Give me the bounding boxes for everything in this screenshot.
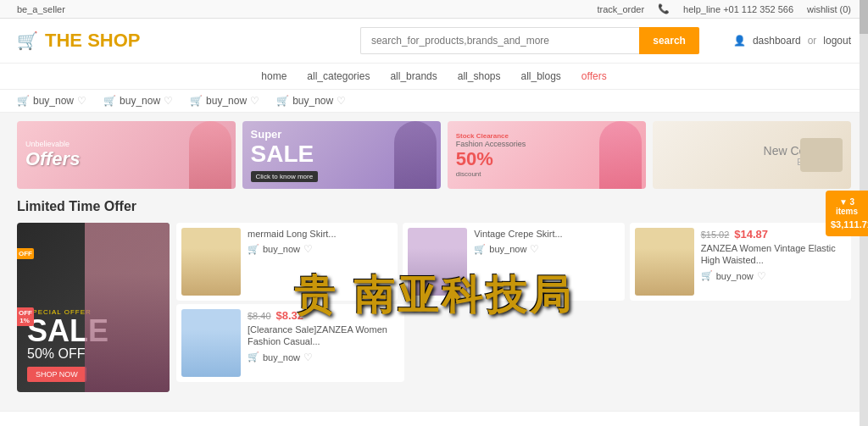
cart-icon-p4: 🛒 bbox=[248, 351, 259, 362]
logout-link[interactable]: logout bbox=[823, 35, 851, 47]
heart-p4[interactable]: ♡ bbox=[303, 351, 313, 363]
nav-all-categories[interactable]: all_categories bbox=[307, 70, 370, 82]
banner-offers[interactable]: Unbelievable Offers bbox=[17, 121, 236, 189]
dashboard-link[interactable]: dashboard bbox=[753, 35, 801, 47]
banner-sale[interactable]: Super SALE Click to know more bbox=[242, 121, 441, 189]
buy-now-3[interactable]: 🛒 buy_now ♡ bbox=[474, 243, 619, 255]
price-current-4: $8.32 bbox=[276, 309, 304, 322]
logo-shop: SHOP bbox=[87, 30, 140, 51]
buy-label-1: buy_now bbox=[33, 95, 74, 107]
product-card-3: Vintage Crepe Skirt... 🛒 buy_now ♡ bbox=[403, 223, 624, 301]
banner-clearance[interactable]: Stock Clearance Fashion Accessories 50% … bbox=[448, 121, 646, 189]
price-current-1: $14.87 bbox=[734, 228, 768, 241]
heart-p3[interactable]: ♡ bbox=[530, 243, 539, 255]
heart-icon-4[interactable]: ♡ bbox=[337, 95, 346, 107]
buy-label-2: buy_now bbox=[120, 95, 160, 107]
main-content: Unbelievable Offers Super SALE Click to … bbox=[0, 113, 868, 401]
product-title-2: mermaid Long Skirt... bbox=[248, 228, 392, 240]
buy-item-3[interactable]: 🛒 buy_now ♡ bbox=[190, 95, 259, 107]
off-badge-2: OFF 1% bbox=[17, 307, 34, 326]
product-card-2: mermaid Long Skirt... 🛒 buy_now ♡ bbox=[176, 223, 398, 301]
buy-now-1[interactable]: 🛒 buy_now ♡ bbox=[701, 270, 846, 282]
product-info-3: Vintage Crepe Skirt... 🛒 buy_now ♡ bbox=[474, 228, 619, 255]
banner-3-line4: discount bbox=[456, 170, 526, 178]
product-title-4: [Clearance Sale]ZANZEA Women Fashion Cas… bbox=[248, 324, 399, 348]
shop-now-button[interactable]: SHOP NOW bbox=[27, 367, 86, 382]
product-info-2: mermaid Long Skirt... 🛒 buy_now ♡ bbox=[248, 228, 392, 255]
offer-big-banner[interactable]: OFF SPECIAL OFFER SALE 50% OFF SHOP NOW … bbox=[17, 223, 170, 392]
heart-icon-3[interactable]: ♡ bbox=[250, 95, 259, 107]
banner-2-line3: Click to know more bbox=[251, 171, 319, 182]
offer-person bbox=[85, 223, 170, 392]
phone-icon: 📞 bbox=[658, 3, 670, 14]
header-right: 👤 dashboard or logout bbox=[733, 35, 851, 47]
banner-1-person bbox=[189, 121, 231, 189]
banner-2-person bbox=[394, 121, 437, 189]
banner-3-text: Stock Clearance Fashion Accessories 50% … bbox=[456, 132, 526, 178]
buy-label-3: buy_now bbox=[206, 95, 247, 107]
nav-offers[interactable]: offers bbox=[581, 70, 607, 82]
heart-p1[interactable]: ♡ bbox=[757, 270, 766, 282]
banner-2-line1: Super bbox=[251, 128, 319, 141]
buy-now-4[interactable]: 🛒 buy_now ♡ bbox=[248, 351, 399, 363]
product-row-2: $8.40 $8.32 [Clearance Sale]ZANZEA Women… bbox=[176, 304, 851, 382]
top-bar-right: track_order 📞 help_line +01 112 352 566 … bbox=[597, 3, 851, 14]
limited-offer-section: Limited Time Offer 贵 南亚科技局 OFF SPECIAL O… bbox=[17, 199, 851, 392]
scrollbar-thumb[interactable] bbox=[860, 0, 868, 34]
product-img-2 bbox=[181, 228, 241, 296]
top-bar: be_a_seller track_order 📞 help_line +01 … bbox=[0, 0, 868, 19]
header: 🛒 THE SHOP search 👤 dashboard or logout bbox=[0, 19, 868, 64]
banner-new-collection[interactable]: New Collection Every Week bbox=[653, 121, 851, 189]
wishlist-link[interactable]: wishlist (0) bbox=[807, 4, 851, 14]
product-title-1: ZANZEA Women Vintage Elastic High Waiste… bbox=[701, 242, 846, 267]
cart-icon-2: 🛒 bbox=[103, 95, 116, 107]
search-input[interactable] bbox=[360, 27, 639, 54]
banner-3-line2: Fashion Accessories bbox=[456, 140, 526, 148]
cart-icon-p2: 🛒 bbox=[248, 244, 259, 255]
banner-4-bag bbox=[800, 138, 843, 172]
logo-text: THE SHOP bbox=[45, 30, 140, 52]
seller-link[interactable]: be_a_seller bbox=[17, 4, 65, 14]
heart-p2[interactable]: ♡ bbox=[303, 243, 313, 255]
banner-3-line3: 50% bbox=[456, 148, 526, 170]
cart-icon-p3: 🛒 bbox=[474, 244, 486, 255]
banner-2-text: Super SALE Click to know more bbox=[251, 128, 319, 182]
buy-item-1[interactable]: 🛒 buy_now ♡ bbox=[17, 95, 86, 107]
product-info-4: $8.40 $8.32 [Clearance Sale]ZANZEA Women… bbox=[248, 309, 399, 363]
phone-number: help_line +01 112 352 566 bbox=[683, 4, 793, 14]
track-order-link[interactable]: track_order bbox=[597, 4, 644, 14]
nav-all-shops[interactable]: all_shops bbox=[458, 70, 501, 82]
nav-all-brands[interactable]: all_brands bbox=[390, 70, 437, 82]
banner-1-text: Unbelievable Offers bbox=[25, 140, 80, 170]
or-label: or bbox=[808, 35, 817, 47]
footer-info: BIGSHOPE | AN ONLINE SHOPPING PLATFORM W… bbox=[0, 411, 868, 426]
price-line-4: $8.40 $8.32 bbox=[248, 309, 399, 322]
buy-item-4[interactable]: 🛒 buy_now ♡ bbox=[276, 95, 346, 107]
banner-2-line2: SALE bbox=[251, 141, 319, 168]
product-img-3 bbox=[408, 228, 467, 296]
cart-icon-4: 🛒 bbox=[276, 95, 289, 107]
product-img-4 bbox=[181, 309, 241, 377]
buy-now-2[interactable]: 🛒 buy_now ♡ bbox=[248, 243, 392, 255]
cart-icon-p1: 🛒 bbox=[701, 270, 713, 281]
nav-home[interactable]: home bbox=[261, 70, 287, 82]
nav-all-blogs[interactable]: all_blogs bbox=[520, 70, 560, 82]
banner-3-line1: Stock Clearance bbox=[456, 132, 526, 140]
buy-label-p2: buy_now bbox=[263, 244, 300, 254]
float-cart-total: $3,111.71 bbox=[831, 219, 863, 230]
logo-the: THE bbox=[45, 30, 82, 51]
top-bar-left: be_a_seller bbox=[17, 4, 65, 14]
search-button[interactable]: search bbox=[639, 27, 699, 54]
cart-icon: 🛒 bbox=[17, 30, 38, 51]
product-grid: mermaid Long Skirt... 🛒 buy_now ♡ V bbox=[176, 223, 851, 392]
offer-layout: OFF SPECIAL OFFER SALE 50% OFF SHOP NOW … bbox=[17, 223, 851, 392]
float-cart[interactable]: ▼ 3 items $3,111.71 bbox=[826, 191, 868, 236]
product-title-3: Vintage Crepe Skirt... bbox=[474, 228, 619, 240]
product-card-4: $8.40 $8.32 [Clearance Sale]ZANZEA Women… bbox=[176, 304, 404, 382]
heart-icon-1[interactable]: ♡ bbox=[77, 95, 86, 107]
product-info-1: $15.02 $14.87 ZANZEA Women Vintage Elast… bbox=[701, 228, 846, 282]
product-card-1: $15.02 $14.87 ZANZEA Women Vintage Elast… bbox=[630, 223, 851, 301]
buy-item-2[interactable]: 🛒 buy_now ♡ bbox=[103, 95, 173, 107]
logo[interactable]: 🛒 THE SHOP bbox=[17, 30, 140, 52]
heart-icon-2[interactable]: ♡ bbox=[164, 95, 173, 107]
